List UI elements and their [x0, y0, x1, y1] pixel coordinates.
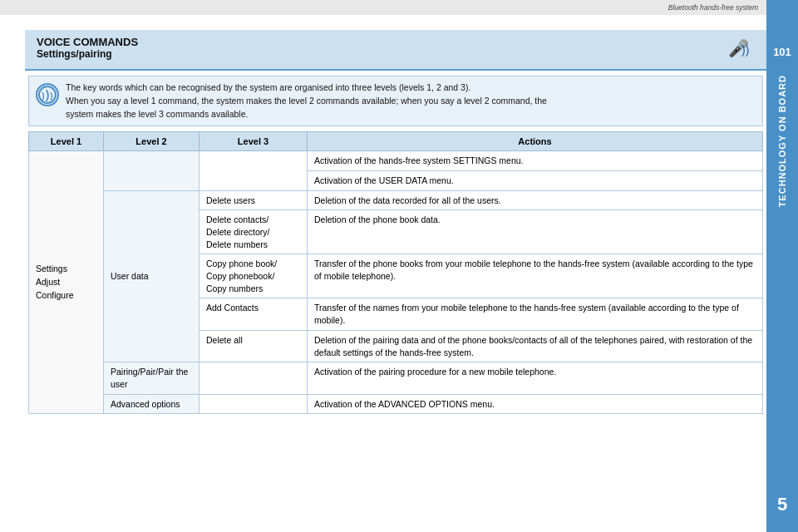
info-line2: When you say a level 1 command, the syst… [66, 95, 547, 108]
level1-cell: Settings Adjust Configure [29, 151, 104, 414]
col-header-level3: Level 3 [200, 132, 308, 151]
table-row: User dataDelete usersDeletion of the dat… [29, 190, 763, 210]
table-row: Advanced optionsActivation of the ADVANC… [29, 394, 763, 414]
level3-cell: Add Contacts [200, 298, 308, 330]
level2-cell: Advanced options [104, 394, 200, 414]
subtitle: Settings/pairing [37, 48, 138, 60]
actions-cell: Activation of the pairing procedure for … [308, 362, 763, 394]
page-number: 101 [773, 46, 791, 58]
info-line3: system makes the level 3 commands availa… [66, 108, 547, 121]
level2-cell [104, 151, 200, 190]
main-title: VOICE COMMANDS [37, 36, 138, 48]
col-header-actions: Actions [308, 132, 763, 151]
header-section: VOICE COMMANDS Settings/pairing 🎤 )) [25, 30, 766, 71]
actions-cell: Transfer of the phone books from your mo… [308, 254, 763, 298]
bluetooth-icon: 🎤 )) [728, 37, 755, 65]
info-text-block: The key words which can be recognised by… [66, 81, 547, 121]
actions-cell: Deletion of the phone book data. [308, 210, 763, 254]
col-header-level1: Level 1 [29, 132, 104, 151]
voice-commands-table: Level 1 Level 2 Level 3 Actions Settings… [28, 131, 763, 414]
svg-text:): ) [42, 91, 44, 101]
chapter-number: 5 [777, 494, 787, 515]
svg-text:)): )) [741, 43, 749, 57]
section-label: TECHNOLOGY on BOARD [777, 75, 787, 207]
level2-cell: User data [104, 190, 200, 362]
actions-cell: Transfer of the names from your mobile t… [308, 298, 763, 330]
table-row: Settings Adjust ConfigureActivation of t… [29, 151, 763, 171]
title-block: VOICE COMMANDS Settings/pairing [37, 36, 138, 60]
top-strip: Bluetooth hands-free system [0, 0, 766, 15]
actions-cell: Deletion of the data recorded for all of… [308, 190, 763, 210]
right-sidebar: 101 TECHNOLOGY on BOARD 5 [766, 0, 798, 532]
main-content: VOICE COMMANDS Settings/pairing 🎤 )) ) )… [25, 15, 766, 532]
actions-cell: Activation of the ADVANCED OPTIONS menu. [308, 394, 763, 414]
actions-cell: Deletion of the pairing data and of the … [308, 330, 763, 362]
top-strip-text: Bluetooth hands-free system [668, 3, 758, 12]
actions-cell: Activation of the USER DATA menu. [308, 170, 763, 190]
info-box: ) ) ) The key words which can be recogni… [28, 76, 763, 126]
level2-cell: Pairing/Pair/Pair the user [104, 362, 200, 394]
col-header-level2: Level 2 [104, 132, 200, 151]
level3-cell [200, 362, 308, 394]
info-line1: The key words which can be recognised by… [66, 81, 547, 95]
voice-bluetooth-icon: 🎤 )) [728, 37, 755, 61]
info-icon: ) ) ) [36, 83, 59, 106]
level3-cell: Delete users [200, 190, 308, 210]
svg-text:): ) [46, 88, 50, 101]
level3-cell: Delete all [200, 330, 308, 362]
actions-cell: Activation of the hands-free system SETT… [308, 151, 763, 171]
level3-cell [200, 151, 308, 190]
table-row: Pairing/Pair/Pair the userActivation of … [29, 362, 763, 394]
level3-cell: Copy phone book/ Copy phonebook/ Copy nu… [200, 254, 308, 298]
level3-cell: Delete contacts/ Delete directory/ Delet… [200, 210, 308, 254]
svg-text:): ) [50, 91, 52, 101]
level3-cell [200, 394, 308, 414]
